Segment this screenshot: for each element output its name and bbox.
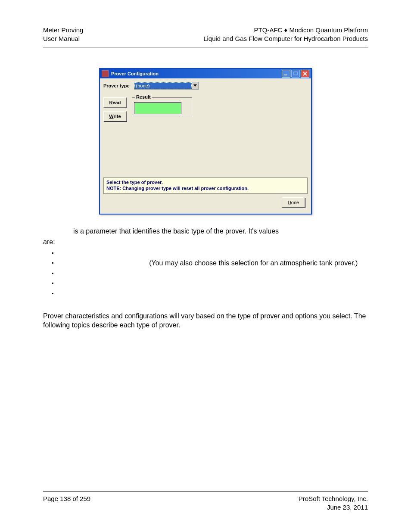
prover-type-list: . placeholder placeholder text(You may a… [43,249,368,299]
header-right-line1: PTQ-AFC ♦ Modicon Quantum Platform [203,26,368,34]
chevron-down-icon [192,82,198,89]
write-button[interactable]: Write [103,111,127,121]
header-left-line2: User Manual [43,34,83,43]
header-right-line2: Liquid and Gas Flow Computer for Hydroca… [203,34,368,43]
hint-box: Select the type of prover. NOTE: Changin… [103,177,308,194]
body-text: is a parameter that identifies the basic… [43,227,368,330]
list-item: . [43,269,368,278]
done-button[interactable]: Done [282,197,305,208]
window-title: Prover Configuration [111,71,282,76]
result-field [134,102,181,114]
list-item: . [43,249,368,258]
header-left-line1: Meter Proving [43,26,83,34]
prover-type-dropdown[interactable]: (none) [134,82,199,90]
app-icon [102,70,109,77]
footer-date: June 23, 2011 [299,503,368,512]
footer-page-number: Page 138 of 259 [43,495,90,511]
result-label: Result [135,94,152,100]
prover-type-value: (none) [134,82,192,89]
list-item: . [43,279,368,288]
titlebar[interactable]: Prover Configuration [100,69,311,78]
hint-line1: Select the type of prover. [106,180,305,186]
closing-paragraph: Prover characteristics and configuration… [43,311,368,330]
prover-config-window: Prover Configuration Prover type [99,68,312,215]
intro-paragraph-2: are: [43,237,368,247]
maximize-button [291,70,300,78]
intro-paragraph: is a parameter that identifies the basic… [43,227,368,236]
read-button[interactable]: Read [103,97,127,108]
svg-rect-1 [294,72,297,75]
list-item: placeholder placeholder text(You may als… [43,258,368,268]
footer-company: ProSoft Technology, Inc. [299,495,368,503]
result-group: Result [132,97,192,116]
minimize-button[interactable] [282,70,290,78]
hint-line2: NOTE: Changing prover type will reset al… [106,186,305,192]
page-header: Meter Proving User Manual PTQ-AFC ♦ Modi… [43,26,368,47]
close-button[interactable] [301,70,309,78]
list-item: . [43,289,368,299]
svg-rect-0 [284,75,287,75]
page-footer: Page 138 of 259 ProSoft Technology, Inc.… [43,492,368,511]
prover-type-label: Prover type [103,83,130,88]
